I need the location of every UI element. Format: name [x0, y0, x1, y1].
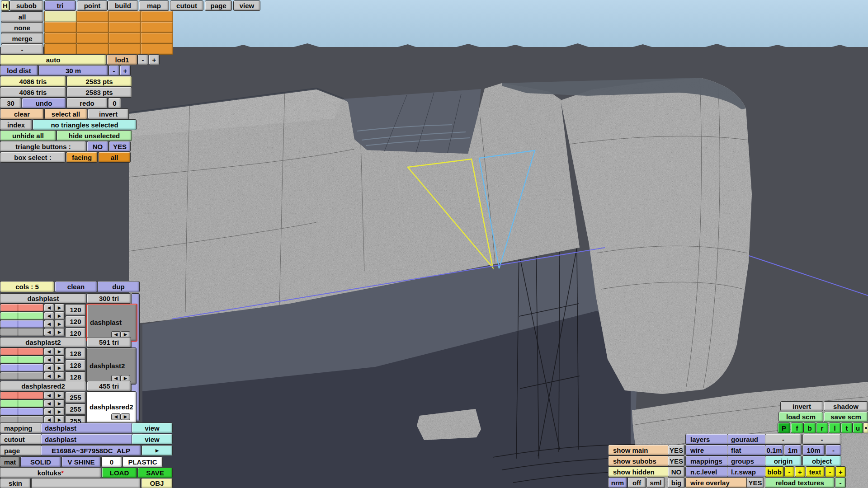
green-dec-button[interactable]: ◀ — [44, 356, 54, 364]
red-slider[interactable] — [0, 304, 44, 312]
triangle-buttons-yes[interactable]: YES — [109, 141, 131, 152]
subob-cell[interactable] — [44, 43, 77, 55]
material-name[interactable]: dashplast — [0, 293, 86, 304]
blob-button[interactable]: blob — [765, 466, 784, 477]
select-all-button[interactable]: select all — [44, 108, 87, 119]
show-hidden-label[interactable]: show hidden — [608, 466, 671, 477]
index-button[interactable]: index — [0, 119, 32, 130]
green-slider[interactable] — [0, 356, 44, 364]
cols-count-button[interactable]: cols : 5 — [0, 281, 54, 292]
menu-tab-tri[interactable]: tri — [44, 0, 76, 11]
red-dec-button[interactable]: ◀ — [44, 347, 54, 356]
object-button[interactable]: object — [802, 455, 841, 466]
alpha-inc-button[interactable]: ▶ — [54, 372, 65, 380]
shadow-button[interactable]: shadow — [824, 401, 868, 411]
red-dec-button[interactable]: ◀ — [44, 391, 54, 399]
blob-plus-button[interactable]: + — [795, 466, 805, 477]
green-dec-button[interactable]: ◀ — [44, 399, 54, 408]
menu-tab-h[interactable]: H — [1, 0, 9, 11]
subob-cell[interactable] — [108, 11, 141, 22]
dup-button[interactable]: dup — [97, 281, 140, 292]
red-inc-button[interactable]: ▶ — [54, 347, 65, 356]
subob-cell[interactable] — [76, 33, 109, 44]
subob-cell[interactable] — [141, 22, 173, 33]
grid-dash-button[interactable]: - — [826, 445, 841, 455]
view-letter-u-button[interactable]: u — [853, 422, 863, 433]
text-minus-button[interactable]: - — [825, 466, 835, 477]
subob-cell[interactable] — [44, 11, 77, 22]
clear-button[interactable]: clear — [0, 108, 44, 119]
clean-button[interactable]: clean — [55, 281, 97, 292]
blue-slider[interactable] — [0, 364, 44, 372]
load-scm-button[interactable]: load scm — [778, 412, 823, 422]
preview-prev-button[interactable]: ◀ — [111, 413, 121, 420]
undo-button[interactable]: undo — [22, 98, 66, 108]
mat-vshine-button[interactable]: V SHINE — [61, 456, 101, 467]
wire-overlay-toggle[interactable]: YES — [746, 477, 764, 488]
lod-minus-button[interactable]: - — [137, 54, 148, 65]
show-main-toggle[interactable]: YES — [668, 445, 685, 455]
menu-tab-build[interactable]: build — [108, 0, 138, 11]
red-inc-button[interactable]: ▶ — [54, 304, 65, 312]
subob-row-all[interactable]: all — [1, 11, 43, 22]
alpha-inc-button[interactable]: ▶ — [54, 328, 65, 336]
page-value[interactable]: E1698A~3F7958DC_ALP — [41, 445, 141, 456]
subob-cell[interactable] — [141, 11, 173, 22]
nclevel-button[interactable]: n.c.level — [685, 466, 731, 477]
invert-view-button[interactable]: invert — [780, 401, 823, 411]
box-select-all-button[interactable]: all — [98, 152, 131, 163]
lod-plus-button[interactable]: + — [149, 54, 160, 65]
lod-dist-plus-button[interactable]: + — [120, 65, 131, 76]
blue-inc-button[interactable]: ▶ — [54, 320, 65, 328]
text-button[interactable]: text — [806, 466, 825, 477]
redo-button[interactable]: redo — [66, 98, 108, 108]
reload-textures-button[interactable]: reload textures — [765, 477, 835, 488]
subob-cell[interactable] — [108, 43, 141, 55]
nrm-button[interactable]: nrm — [608, 477, 627, 488]
menu-tab-point[interactable]: point — [77, 0, 108, 11]
alpha-slider[interactable] — [0, 372, 44, 380]
blue-inc-button[interactable]: ▶ — [54, 408, 65, 416]
green-inc-button[interactable]: ▶ — [54, 399, 65, 408]
box-select-facing-button[interactable]: facing — [66, 152, 98, 163]
save-scm-button[interactable]: save scm — [824, 412, 868, 422]
lod-auto-button[interactable]: auto — [0, 54, 106, 65]
material-name[interactable]: dashplasred2 — [0, 381, 86, 391]
lrswap-button[interactable]: l.r.swap — [727, 466, 768, 477]
blue-dec-button[interactable]: ◀ — [44, 408, 54, 416]
lod1-button[interactable]: lod1 — [107, 54, 137, 65]
gouraud-dash-button[interactable]: - — [802, 434, 841, 445]
subob-cell[interactable] — [76, 22, 109, 33]
blue-dec-button[interactable]: ◀ — [44, 364, 54, 372]
subob-row-none[interactable]: none — [1, 22, 43, 33]
blob-minus-button[interactable]: - — [784, 466, 794, 477]
show-main-label[interactable]: show main — [608, 445, 671, 455]
origin-button[interactable]: origin — [765, 455, 802, 466]
green-slider[interactable] — [0, 399, 44, 408]
subob-cell[interactable] — [108, 33, 141, 44]
hide-unselected-button[interactable]: hide unselected — [57, 130, 132, 141]
green-inc-button[interactable]: ▶ — [54, 312, 65, 320]
mappings-button[interactable]: mappings — [685, 455, 731, 466]
nrm-big-button[interactable]: big — [668, 477, 685, 488]
mat-type-button[interactable]: PLASTIC — [123, 456, 163, 467]
subob-row-merge[interactable]: merge — [1, 33, 43, 44]
menu-tab-view[interactable]: view — [233, 0, 260, 11]
menu-tab-map[interactable]: map — [139, 0, 169, 11]
red-dec-button[interactable]: ◀ — [44, 304, 54, 312]
view-letter-f-button[interactable]: f — [791, 422, 803, 433]
lod-dist-minus-button[interactable]: - — [108, 65, 119, 76]
skin-value[interactable] — [31, 478, 141, 488]
blue-slider[interactable] — [0, 408, 44, 416]
menu-tab-subob[interactable]: subob — [9, 0, 43, 11]
invert-selection-button[interactable]: invert — [88, 108, 129, 119]
green-dec-button[interactable]: ◀ — [44, 312, 54, 320]
subob-cell[interactable] — [44, 33, 77, 44]
view-letter-r-button[interactable]: r — [816, 422, 828, 433]
triangle-buttons-no[interactable]: NO — [87, 141, 108, 152]
subob-cell[interactable] — [141, 33, 173, 44]
show-subobs-toggle[interactable]: YES — [668, 455, 685, 466]
blue-inc-button[interactable]: ▶ — [54, 364, 65, 372]
subob-cell[interactable] — [76, 11, 109, 22]
subob-cell[interactable] — [76, 43, 109, 55]
